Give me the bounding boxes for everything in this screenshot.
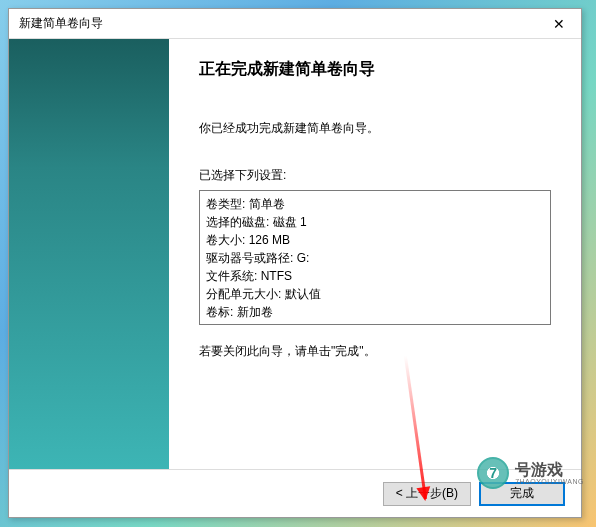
dialog-content: 正在完成新建简单卷向导 你已经成功完成新建简单卷向导。 已选择下列设置: 卷类型… (9, 39, 581, 469)
list-item: 快速格式化: 是 (206, 321, 544, 325)
page-title: 正在完成新建简单卷向导 (199, 59, 551, 80)
back-button[interactable]: < 上一步(B) (383, 482, 471, 506)
settings-label: 已选择下列设置: (199, 167, 551, 184)
wizard-dialog: 新建简单卷向导 ✕ 正在完成新建简单卷向导 你已经成功完成新建简单卷向导。 已选… (8, 8, 582, 518)
list-item: 驱动器号或路径: G: (206, 249, 544, 267)
list-item: 分配单元大小: 默认值 (206, 285, 544, 303)
list-item: 选择的磁盘: 磁盘 1 (206, 213, 544, 231)
close-instruction: 若要关闭此向导，请单击"完成"。 (199, 343, 551, 360)
list-item: 卷类型: 简单卷 (206, 195, 544, 213)
finish-button[interactable]: 完成 (479, 482, 565, 506)
list-item: 卷标: 新加卷 (206, 303, 544, 321)
wizard-sidebar-image (9, 39, 169, 469)
button-bar: < 上一步(B) 完成 (9, 469, 581, 517)
close-button[interactable]: ✕ (536, 9, 581, 38)
close-icon: ✕ (553, 16, 565, 32)
wizard-main: 正在完成新建简单卷向导 你已经成功完成新建简单卷向导。 已选择下列设置: 卷类型… (169, 39, 581, 469)
titlebar: 新建简单卷向导 ✕ (9, 9, 581, 39)
window-title: 新建简单卷向导 (19, 15, 103, 32)
list-item: 卷大小: 126 MB (206, 231, 544, 249)
completion-message: 你已经成功完成新建简单卷向导。 (199, 120, 551, 137)
settings-listbox[interactable]: 卷类型: 简单卷 选择的磁盘: 磁盘 1 卷大小: 126 MB 驱动器号或路径… (199, 190, 551, 325)
list-item: 文件系统: NTFS (206, 267, 544, 285)
